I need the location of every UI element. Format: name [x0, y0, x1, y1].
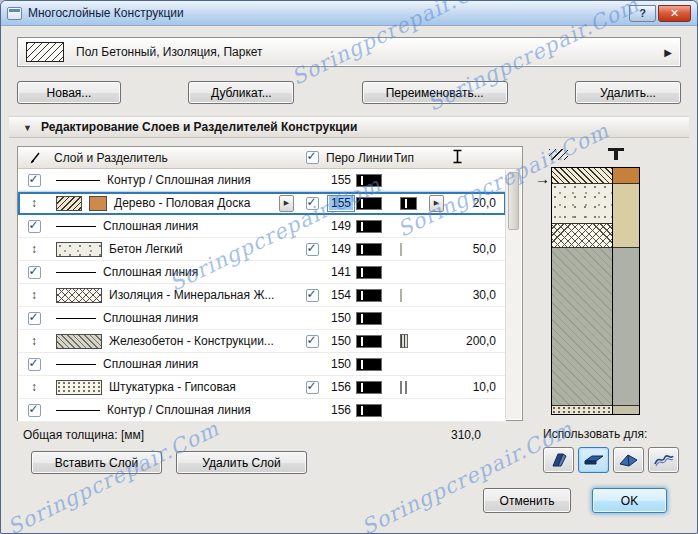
- separator-row[interactable]: Контур / Сплошная линия 155: [18, 169, 506, 192]
- rename-button[interactable]: Переименовать...: [362, 81, 508, 104]
- preview-surface-gray[interactable]: [613, 248, 639, 406]
- fill-pattern-swatch[interactable]: [56, 380, 102, 395]
- pen-color-swatch[interactable]: [356, 220, 382, 233]
- preview-surface-wood[interactable]: [613, 168, 639, 184]
- ok-button[interactable]: OK: [592, 488, 667, 513]
- preview-surface-bottom[interactable]: [613, 406, 639, 414]
- preview-surface-beige[interactable]: [613, 184, 639, 248]
- shell-icon: [653, 452, 675, 468]
- move-handle-icon[interactable]: [31, 196, 37, 210]
- total-thickness-value: 310,0: [451, 428, 523, 442]
- insert-layer-button[interactable]: Вставить Слой: [31, 451, 162, 474]
- composite-selector[interactable]: Пол Бетонный, Изоляция, Паркет: [17, 37, 681, 67]
- line-checkbox[interactable]: [28, 312, 41, 325]
- thickness-value[interactable]: 50,0: [440, 242, 506, 256]
- composite-preview[interactable]: [551, 167, 640, 415]
- table-rows: Контур / Сплошная линия 155: [18, 169, 506, 422]
- pen-color-swatch[interactable]: [356, 266, 382, 279]
- duplicate-button[interactable]: Дубликат...: [188, 81, 294, 104]
- titlebar[interactable]: Многослойные Конструкции ? ✕: [1, 1, 697, 26]
- surface-icon: [608, 148, 624, 160]
- section-header[interactable]: Редактирование Слоев и Разделителей Конс…: [9, 116, 689, 138]
- separator-row[interactable]: Сплошная линия 150: [18, 353, 506, 376]
- preview-band-insulation[interactable]: [552, 224, 612, 248]
- line-checkbox[interactable]: [28, 358, 41, 371]
- layer-row-selected[interactable]: Дерево - Половая Доска 155 20: [18, 192, 506, 215]
- preview-band-stucco[interactable]: [552, 406, 612, 414]
- pen-number[interactable]: 156: [326, 403, 356, 417]
- layer-row[interactable]: Изоляция - Минеральная Ж... 154 30,0: [18, 284, 506, 307]
- pen-number-input[interactable]: 155: [327, 195, 355, 212]
- pen-color-swatch[interactable]: [356, 197, 382, 210]
- table-scrollbar[interactable]: [505, 170, 521, 419]
- separator-row[interactable]: Сплошная линия 149: [18, 215, 506, 238]
- use-for-slab-button[interactable]: [578, 447, 609, 473]
- collapse-icon[interactable]: [23, 120, 32, 134]
- fill-picker-button[interactable]: [279, 195, 294, 212]
- fill-pattern-swatch[interactable]: [56, 196, 82, 211]
- move-handle-icon[interactable]: [31, 288, 37, 302]
- pen-number[interactable]: 149: [326, 219, 356, 233]
- scrollbar-thumb[interactable]: [508, 172, 519, 230]
- remove-layer-button[interactable]: Удалить Слой: [176, 451, 307, 474]
- layer-row[interactable]: Железобетон - Конструкции... 150 200,0: [18, 330, 506, 353]
- pen-color-swatch[interactable]: [356, 381, 382, 394]
- separator-row[interactable]: Контур / Сплошная линия 156: [18, 399, 506, 422]
- pen-color-swatch[interactable]: [356, 174, 382, 187]
- pen-number[interactable]: 150: [326, 334, 356, 348]
- layer-checkbox[interactable]: [306, 289, 319, 302]
- pen-color-swatch[interactable]: [356, 312, 382, 325]
- move-handle-icon[interactable]: [31, 334, 37, 348]
- thickness-value[interactable]: 20,0: [440, 196, 506, 210]
- cancel-button[interactable]: Отменить: [483, 488, 571, 513]
- move-handle-icon[interactable]: [31, 242, 37, 256]
- pen-number[interactable]: 141: [326, 265, 356, 279]
- new-button[interactable]: Новая...: [17, 81, 121, 104]
- pen-number[interactable]: 150: [326, 357, 356, 371]
- line-checkbox[interactable]: [28, 220, 41, 233]
- thickness-value[interactable]: 200,0: [440, 334, 506, 348]
- layer-row[interactable]: Бетон Легкий 149 50,0: [18, 238, 506, 261]
- thickness-value[interactable]: 30,0: [440, 288, 506, 302]
- pen-color-swatch[interactable]: [356, 289, 382, 302]
- use-for-roof-button[interactable]: [613, 447, 644, 473]
- line-checkbox[interactable]: [28, 404, 41, 417]
- pen-color-swatch[interactable]: [356, 358, 382, 371]
- selected-layer-arrow-icon: [535, 170, 551, 187]
- delete-button[interactable]: Удалить...: [575, 81, 681, 104]
- chevron-right-icon[interactable]: [664, 45, 672, 59]
- preview-band-concrete[interactable]: [552, 184, 612, 224]
- pen-color-swatch[interactable]: [356, 335, 382, 348]
- pen-color-swatch[interactable]: [356, 243, 382, 256]
- line-checkbox[interactable]: [28, 174, 41, 187]
- thickness-value[interactable]: 10,0: [440, 380, 506, 394]
- line-checkbox[interactable]: [28, 266, 41, 279]
- fill-pattern-swatch[interactable]: [56, 288, 102, 303]
- use-for-shell-button[interactable]: [648, 447, 679, 473]
- line-sample: [56, 226, 96, 227]
- layer-checkbox[interactable]: [306, 243, 319, 256]
- close-button[interactable]: ✕: [658, 5, 691, 22]
- pen-number[interactable]: 155: [326, 173, 356, 187]
- use-for-wall-button[interactable]: [543, 447, 574, 473]
- separator-row[interactable]: Сплошная линия 141: [18, 261, 506, 284]
- layer-row[interactable]: Штукатурка - Гипсовая 156 10,0: [18, 376, 506, 399]
- preview-band-wood[interactable]: [552, 168, 612, 184]
- fill-pattern-swatch[interactable]: [56, 242, 102, 257]
- pen-number[interactable]: 149: [326, 242, 356, 256]
- move-handle-icon[interactable]: [31, 380, 37, 394]
- pen-number[interactable]: 156: [326, 380, 356, 394]
- composite-actions: Новая... Дубликат... Переименовать... Уд…: [17, 81, 681, 104]
- separator-row[interactable]: Сплошная линия 150: [18, 307, 506, 330]
- layer-checkbox[interactable]: [306, 381, 319, 394]
- layer-checkbox[interactable]: [306, 197, 319, 210]
- line-type-swatch[interactable]: [400, 197, 417, 210]
- fill-pattern-swatch[interactable]: [56, 334, 102, 349]
- pen-number[interactable]: 154: [326, 288, 356, 302]
- help-button[interactable]: ?: [629, 5, 656, 22]
- preview-band-reinforced-concrete[interactable]: [552, 248, 612, 406]
- pen-color-swatch[interactable]: [356, 404, 382, 417]
- layer-checkbox[interactable]: [306, 335, 319, 348]
- surface-color-swatch[interactable]: [89, 196, 107, 211]
- pen-number[interactable]: 150: [326, 311, 356, 325]
